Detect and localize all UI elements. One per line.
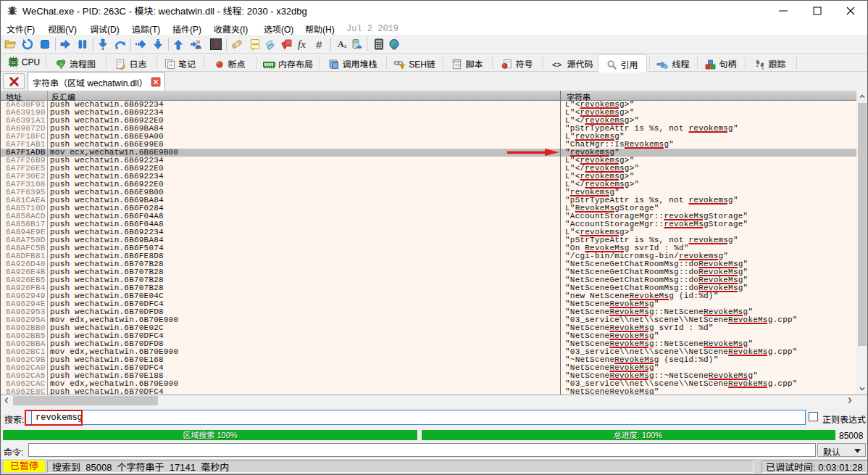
svg-text:A: A bbox=[338, 39, 344, 49]
svg-text:!: ! bbox=[401, 65, 403, 69]
svg-text:S: S bbox=[214, 40, 218, 49]
svg-text:z: z bbox=[344, 43, 347, 49]
svg-text:32: 32 bbox=[11, 60, 15, 65]
svg-text:fx: fx bbox=[298, 38, 306, 50]
svg-text:<>: <> bbox=[552, 61, 562, 70]
svg-text:#: # bbox=[316, 38, 322, 50]
svg-text:<>: <> bbox=[455, 63, 461, 68]
